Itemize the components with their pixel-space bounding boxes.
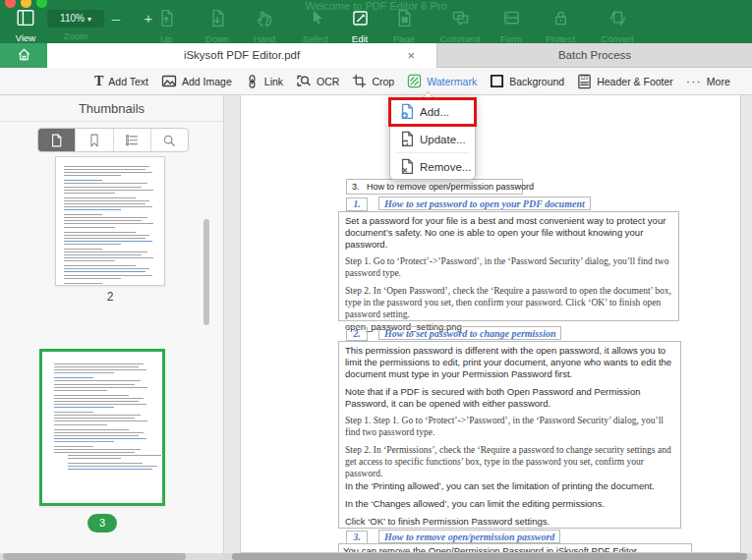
zoom-out-button[interactable]: – [106, 10, 126, 27]
document-horizontal-scrollbar[interactable] [232, 553, 747, 560]
paragraph: This permission password is different wi… [345, 345, 674, 380]
thumbnail-text-line [64, 244, 121, 245]
zoom-level-value: 110% [60, 13, 85, 24]
chevron-down-icon: ▾ [87, 15, 91, 24]
main-toolbar: Welcome to PDF Editor 6 Pro View 110%▾ Z… [0, 0, 752, 43]
close-tab-icon[interactable]: × [407, 43, 415, 68]
watermark-icon [407, 74, 422, 88]
thumbnails-sidebar: Thumbnails 2 3 [0, 95, 224, 560]
outline-tab[interactable] [114, 129, 151, 151]
header-footer-button[interactable]: 123 Header & Footer [577, 74, 673, 89]
thumbnail-text-line [64, 190, 153, 191]
header-footer-label: Header & Footer [597, 76, 673, 87]
tab-document[interactable]: iSkysoft PDF Editor.pdf × [47, 43, 437, 68]
section-heading[interactable]: How to set password to open your PDF doc… [378, 196, 591, 210]
thumbnail-text-line [54, 446, 93, 447]
outline-list-icon [125, 134, 139, 146]
thumbnail-text-line [54, 418, 135, 419]
tab-batch-process[interactable]: Batch Process [437, 43, 752, 68]
thumbnail-text-line [54, 377, 93, 378]
paragraph: Note that if a PDF is secured with both … [345, 386, 674, 410]
thumbnail-text-line [68, 455, 161, 456]
section-heading[interactable]: How to remove open/permission password [378, 530, 560, 543]
toolbar-item-convert[interactable]: Convert [590, 8, 645, 44]
thumbnail-text-line [64, 278, 121, 279]
section-number[interactable]: 3. [346, 531, 368, 544]
link-button[interactable]: Link [245, 74, 283, 89]
watermark-button[interactable]: Watermark [407, 74, 477, 88]
thumbnail-text-line [64, 180, 102, 181]
paragraph: Click ‘OK’ to finish Permission Password… [345, 516, 674, 528]
thumbnail-text-line [64, 209, 121, 210]
form-icon [501, 8, 522, 28]
text-block[interactable]: You can remove the Open/Permission Passw… [338, 543, 692, 553]
view-button[interactable]: View [4, 9, 47, 43]
toolbar-item-up[interactable]: Up [139, 8, 194, 44]
more-button[interactable]: ··· More [686, 74, 730, 88]
thumbnail-text-line [54, 369, 146, 370]
thumbnail-text-line [64, 214, 102, 215]
sidebar-vertical-scrollbar[interactable] [203, 219, 209, 325]
ocr-button[interactable]: OCR [296, 74, 339, 88]
thumbnail-text-line [54, 449, 141, 450]
link-icon [245, 74, 260, 89]
current-page-badge: 3 [87, 514, 117, 532]
thumbnail-text-line [54, 415, 141, 416]
section-number[interactable]: 2. [346, 327, 368, 341]
thumbnail-text-line [68, 466, 157, 467]
section-number[interactable]: 1. [346, 197, 368, 211]
menu-item-label: Remove... [420, 161, 471, 173]
thumbnail-text-line [54, 372, 114, 373]
toolbar-item-protect[interactable]: Protect [533, 8, 588, 44]
thumbnail-text-line [54, 404, 146, 405]
background-label: Background [509, 76, 564, 87]
text-block[interactable]: 3. How to remove open/permission passwor… [346, 179, 523, 195]
thumbnail-text-line [54, 384, 135, 385]
crop-button[interactable]: Crop [352, 74, 394, 88]
toolbar-item-hand[interactable]: Hand [237, 8, 292, 44]
thumbnail-text-line [64, 232, 136, 233]
pages-tab[interactable] [38, 129, 76, 151]
thumbnail-text-line [54, 398, 144, 399]
thumbnail-text-line [64, 200, 149, 201]
sidebar-horizontal-scrollbar[interactable] [3, 553, 186, 560]
search-tab[interactable] [151, 129, 188, 151]
add-text-label: Add Text [108, 76, 148, 87]
toolbar-item-form[interactable]: Form [484, 8, 539, 44]
page-grid-icon [394, 8, 415, 28]
sidebar-view-icon [15, 9, 36, 28]
svg-text:123: 123 [581, 76, 589, 81]
text-block[interactable]: Set a password for your file is a best a… [338, 211, 679, 321]
paragraph: Step 2. In ‘Open Password’, check the ‘R… [345, 286, 672, 321]
thumbnail-text-line [54, 412, 93, 413]
toolbar-item-page[interactable]: Page [376, 8, 432, 44]
convert-icon [607, 8, 628, 28]
page-thumbnail-3-selected[interactable] [39, 349, 165, 506]
add-text-button[interactable]: T Add Text [94, 74, 148, 89]
text-block[interactable]: This permission password is different wi… [338, 341, 681, 529]
thumbnail-text-line [68, 463, 143, 464]
thumbnail-text-line [64, 241, 152, 242]
thumbnail-text-line [54, 366, 139, 367]
home-icon [17, 47, 31, 62]
thumbnail-text-line [54, 441, 114, 442]
thumbnail-text-line [64, 203, 145, 204]
doc-remove-icon [399, 158, 416, 176]
paragraph: Step 1. Step 1. Go to ‘Protect’->’Passwo… [345, 416, 674, 439]
bookmarks-tab[interactable] [76, 129, 113, 151]
background-button[interactable]: Background [490, 74, 564, 88]
section-heading[interactable]: How to set password to change permission [378, 326, 561, 340]
thumbnail-text-line [64, 193, 115, 194]
add-image-button[interactable]: Add Image [161, 74, 232, 88]
thumbnail-text-line [54, 420, 147, 421]
search-icon [162, 134, 176, 147]
menu-item-remove[interactable]: Remove... [390, 153, 475, 180]
watermark-label: Watermark [427, 76, 477, 87]
toolbar-item-comment[interactable]: Comment [433, 8, 488, 44]
paragraph: Step 1. Go to ‘Protect’->’Password’, in … [345, 256, 672, 280]
zoom-level-dropdown[interactable]: 110%▾ [47, 10, 104, 28]
home-button[interactable] [0, 43, 47, 68]
bookmark-icon [88, 134, 100, 147]
menu-item-update[interactable]: Update... [390, 126, 475, 152]
page-thumbnail-2[interactable] [55, 156, 165, 286]
